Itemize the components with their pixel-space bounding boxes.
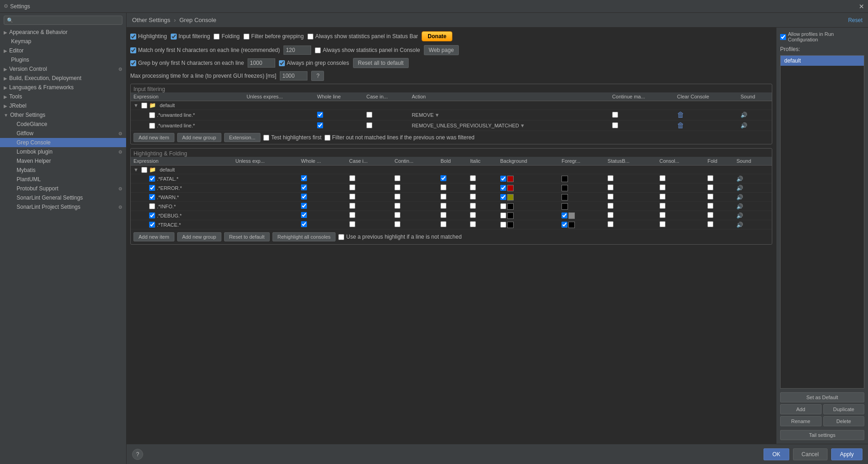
error-italic[interactable] [470, 184, 476, 190]
web-page-button[interactable]: Web page [424, 45, 459, 55]
test-highlighters-checkbox[interactable] [263, 135, 269, 141]
filter-out-label[interactable]: Filter out not matched lines if the prev… [324, 134, 475, 141]
sidebar-item-build[interactable]: ▶ Build, Execution, Deployment [0, 74, 126, 83]
info-fold[interactable] [707, 203, 713, 209]
debug-console[interactable] [660, 212, 665, 218]
input-filtering-checkbox[interactable] [171, 34, 177, 40]
row1-action-dropdown[interactable]: ▼ [434, 112, 440, 118]
sidebar-item-other-settings[interactable]: ▼ Other Settings [0, 110, 126, 120]
max-processing-input[interactable] [280, 71, 307, 80]
row2-case[interactable] [366, 122, 372, 128]
trace-fold[interactable] [707, 221, 713, 227]
error-checkbox[interactable] [149, 185, 155, 191]
row1-case[interactable] [366, 112, 372, 118]
group-checkbox[interactable] [141, 103, 147, 109]
debug-status[interactable] [608, 212, 613, 218]
close-button[interactable]: ✕ [859, 3, 864, 10]
hl-rehighlight-button[interactable]: Rehighlight all consoles [272, 232, 336, 241]
input-add-group-button[interactable]: Add new group [177, 133, 221, 142]
info-bg-swatch[interactable] [507, 203, 514, 210]
delete-profile-button[interactable]: Delete [823, 416, 865, 426]
fatal-bg-check[interactable] [500, 176, 506, 182]
trace-checkbox[interactable] [149, 222, 155, 228]
always-show-console-label[interactable]: Always show statistics panel in Console [315, 47, 420, 53]
apply-button[interactable]: Apply [831, 448, 862, 460]
debug-bold[interactable] [440, 212, 446, 218]
info-bg-check[interactable] [500, 203, 506, 209]
use-previous-checkbox[interactable] [338, 234, 344, 240]
info-checkbox[interactable] [149, 203, 155, 209]
sidebar-item-tools[interactable]: ▶ Tools [0, 92, 126, 101]
error-case[interactable] [349, 184, 355, 190]
trace-console[interactable] [660, 221, 665, 227]
trace-case[interactable] [349, 221, 355, 227]
always-show-console-checkbox[interactable] [315, 47, 321, 53]
warn-checkbox[interactable] [149, 194, 155, 200]
sidebar-item-codeglance[interactable]: CodeGlance [0, 120, 126, 129]
hl-group-expand[interactable]: ▼ [133, 167, 139, 172]
filter-before-grepping-checkbox[interactable] [243, 34, 249, 40]
sidebar-item-version-control[interactable]: ▶ Version Control ⚙ [0, 64, 126, 74]
group-expand-icon[interactable]: ▼ [133, 103, 139, 108]
error-whole[interactable] [301, 184, 307, 190]
donate-button[interactable]: Donate [422, 31, 452, 41]
info-italic[interactable] [470, 203, 476, 209]
input-extension-button[interactable]: Extension... [224, 133, 260, 142]
fatal-fg-swatch[interactable] [561, 176, 568, 182]
trace-fg-swatch[interactable] [568, 222, 575, 228]
match-first-n-input[interactable] [284, 46, 311, 55]
highlighting-checkbox[interactable] [130, 34, 136, 40]
filter-out-checkbox[interactable] [324, 135, 330, 141]
fatal-console[interactable] [660, 175, 665, 181]
row2-action-dropdown[interactable]: ▼ [520, 123, 525, 128]
debug-fg-check[interactable] [561, 212, 567, 218]
input-filtering-checkbox-label[interactable]: Input filtering [171, 33, 210, 40]
always-pin-checkbox[interactable] [279, 60, 285, 66]
debug-whole[interactable] [301, 212, 307, 218]
rename-profile-button[interactable]: Rename [780, 416, 822, 426]
row1-checkbox[interactable] [149, 112, 155, 118]
sidebar-item-keymap[interactable]: Keymap [0, 37, 126, 46]
error-contin[interactable] [394, 184, 400, 190]
error-bold[interactable] [440, 184, 446, 190]
debug-case[interactable] [349, 212, 355, 218]
add-profile-button[interactable]: Add [780, 404, 822, 414]
match-first-n-label[interactable]: Match only first N characters on each li… [130, 47, 280, 53]
always-show-stats-label[interactable]: Always show statistics panel in Status B… [307, 33, 418, 40]
trace-bg-check[interactable] [500, 222, 506, 228]
trace-italic[interactable] [470, 221, 476, 227]
hl-reset-button[interactable]: Reset to default [224, 232, 270, 241]
info-console[interactable] [660, 203, 665, 209]
always-show-stats-checkbox[interactable] [307, 34, 313, 40]
profile-item-default[interactable]: default [781, 56, 864, 66]
info-fg-swatch[interactable] [561, 203, 568, 210]
test-highlighters-label[interactable]: Test highlighters first [263, 134, 321, 141]
row1-whole-line[interactable] [317, 112, 323, 118]
fatal-italic[interactable] [470, 175, 476, 181]
search-box[interactable]: 🔍 [4, 16, 122, 25]
row2-delete-icon[interactable]: 🗑 [677, 121, 684, 130]
error-bg-swatch[interactable] [507, 185, 514, 191]
sidebar-item-editor[interactable]: ▶ Editor [0, 46, 126, 55]
fatal-contin[interactable] [394, 175, 400, 181]
sidebar-item-sonarlint-project[interactable]: SonarLint Project Settings ⚙ [0, 202, 126, 212]
search-input[interactable] [15, 17, 119, 23]
reset-link[interactable]: Reset [848, 17, 862, 23]
cancel-button[interactable]: Cancel [793, 448, 827, 460]
warn-bold[interactable] [440, 194, 446, 200]
warn-whole[interactable] [301, 194, 307, 200]
trace-bg-swatch[interactable] [507, 222, 514, 228]
debug-bg-swatch[interactable] [507, 212, 514, 219]
debug-checkbox[interactable] [149, 212, 155, 218]
sidebar-item-lombok[interactable]: Lombok plugin ⚙ [0, 147, 126, 156]
debug-bg-check[interactable] [500, 212, 506, 218]
tail-settings-button[interactable]: Tail settings [780, 430, 864, 440]
error-bg-check[interactable] [500, 185, 506, 191]
debug-contin[interactable] [394, 212, 400, 218]
always-pin-label[interactable]: Always pin grep consoles [279, 60, 349, 66]
use-previous-label[interactable]: Use a previous highlight if a line is no… [338, 234, 462, 240]
info-contin[interactable] [394, 203, 400, 209]
row2-continue[interactable] [612, 122, 618, 128]
trace-contin[interactable] [394, 221, 400, 227]
hl-group-checkbox[interactable] [141, 167, 147, 173]
